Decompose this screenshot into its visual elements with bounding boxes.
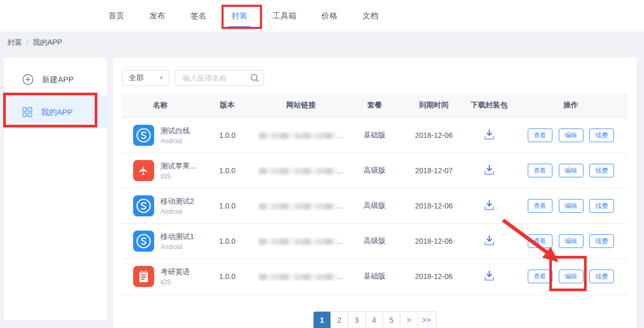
plan: 基础版: [346, 131, 404, 140]
col-header-download: 下载封装包: [464, 101, 514, 110]
app-platform: Android: [160, 208, 194, 215]
notepad-app-icon: [133, 266, 154, 287]
nav-item-toolbox[interactable]: 工具箱: [273, 11, 296, 21]
edit-button[interactable]: 编辑: [559, 199, 583, 213]
app-version: 1.0.0: [198, 166, 256, 175]
app-name: 考研英语: [160, 267, 190, 277]
sidebar: 新建APP 我的APP: [4, 58, 107, 320]
nav-item-docs[interactable]: 文档: [363, 11, 378, 21]
download-icon[interactable]: [482, 163, 496, 178]
col-header-name: 名称: [122, 101, 198, 110]
sidebar-item-my-app[interactable]: 我的APP: [4, 96, 107, 128]
plus-circle-icon: [22, 74, 34, 85]
view-button[interactable]: 查看: [528, 234, 552, 248]
expiry-date: 2018-12-07: [404, 166, 464, 175]
view-button[interactable]: 查看: [528, 128, 552, 142]
download-icon[interactable]: [482, 269, 496, 284]
s-swirl-app-icon: [133, 231, 154, 252]
blurred-link: [259, 133, 337, 139]
app-version: 1.0.0: [198, 272, 256, 281]
breadcrumb-separator: /: [26, 38, 28, 46]
sidebar-item-label: 新建APP: [42, 75, 74, 85]
filter-bar: 全部 ▼: [122, 70, 628, 86]
pagination: 1 2 3 4 5 > >>: [313, 311, 437, 328]
app-name: 移动测试2: [160, 197, 194, 206]
chevron-down-icon: ▼: [159, 75, 164, 81]
view-button[interactable]: 查看: [528, 199, 552, 213]
page-4[interactable]: 4: [366, 312, 383, 328]
renew-button[interactable]: 续费: [589, 128, 614, 142]
app-version: 1.0.0: [198, 131, 256, 140]
sidebar-item-label: 我的APP: [41, 107, 73, 117]
blurred-link: [259, 203, 337, 210]
website-link-cell: ...: [256, 272, 346, 281]
website-link-cell: ...: [256, 201, 346, 210]
nav-item-home[interactable]: 首页: [108, 11, 124, 21]
plan: 高级版: [346, 201, 404, 211]
edit-button[interactable]: 编辑: [559, 128, 583, 142]
col-header-expiry: 到期时间: [404, 101, 464, 110]
breadcrumb-package[interactable]: 封装: [7, 38, 22, 46]
plan: 高级版: [346, 166, 404, 175]
app-name: 测试苹果...: [160, 162, 196, 171]
nav-item-package[interactable]: 封装: [232, 11, 247, 21]
table-row: 考研英语iOS 1.0.0 ... 基础版 2018-12-06 查看 编辑 续…: [122, 259, 628, 294]
website-link-cell: ...: [256, 236, 346, 245]
blurred-link: [259, 274, 337, 280]
nav-item-publish[interactable]: 发布: [149, 11, 165, 21]
next-page-button[interactable]: >: [400, 312, 418, 328]
airplane-app-icon: ✈: [133, 160, 154, 181]
table-row: 移动测试1Android 1.0.0 ... 高级版 2018-12-06 查看…: [122, 224, 628, 259]
col-header-link: 网站链接: [256, 101, 346, 110]
renew-button[interactable]: 续费: [589, 270, 614, 283]
app-table: 名称 版本 网站链接 套餐 到期时间 下载封装包 操作 测试白线Android …: [122, 93, 628, 294]
category-select[interactable]: 全部 ▼: [122, 70, 169, 86]
top-nav-bar: 首页 发布 签名 封装 工具箱 价格 文档: [0, 0, 644, 32]
download-icon[interactable]: [482, 198, 496, 214]
blurred-link: [259, 168, 337, 174]
active-tab-underline: [228, 26, 250, 28]
category-select-value: 全部: [129, 73, 144, 83]
search-input[interactable]: [182, 73, 250, 83]
edit-button[interactable]: 编辑: [559, 234, 583, 248]
edit-button-annotated[interactable]: 编辑: [559, 270, 583, 283]
page-1[interactable]: 1: [314, 312, 331, 328]
s-swirl-app-icon: [133, 125, 154, 146]
last-page-button[interactable]: >>: [418, 312, 435, 328]
app-platform: Android: [160, 137, 190, 145]
table-row: ✈ 测试苹果...iOS 1.0.0 ... 高级版 2018-12-07 查看…: [122, 153, 628, 188]
app-version: 1.0.0: [198, 202, 256, 210]
table-row: 测试白线Android 1.0.0 ... 基础版 2018-12-06 查看 …: [122, 118, 628, 153]
main-panel: 全部 ▼ 名称 版本 网站链接 套餐 到期时间 下载封装包 操作 测试: [113, 58, 637, 328]
page-2[interactable]: 2: [331, 312, 348, 328]
edit-button[interactable]: 编辑: [559, 164, 583, 177]
col-header-plan: 套餐: [346, 101, 404, 110]
search-icon[interactable]: [250, 73, 259, 83]
download-icon[interactable]: [482, 234, 496, 249]
website-link-cell: ...: [256, 131, 346, 140]
page-5[interactable]: 5: [383, 312, 400, 328]
plan: 基础版: [346, 272, 404, 281]
expiry-date: 2018-12-06: [404, 272, 464, 281]
col-header-version: 版本: [198, 101, 256, 110]
nav-item-price[interactable]: 价格: [321, 11, 337, 21]
search-box: [175, 70, 264, 86]
breadcrumb: 封装/我的APP: [7, 38, 62, 47]
plan: 高级版: [346, 236, 404, 246]
expiry-date: 2018-12-06: [404, 237, 464, 245]
renew-button[interactable]: 续费: [589, 199, 614, 213]
view-button[interactable]: 查看: [528, 270, 552, 283]
website-link-cell: ...: [256, 166, 346, 175]
app-platform: Android: [160, 243, 194, 251]
page-3[interactable]: 3: [348, 312, 366, 328]
sidebar-item-new-app[interactable]: 新建APP: [4, 63, 107, 96]
app-name: 测试白线: [160, 126, 190, 136]
renew-button[interactable]: 续费: [589, 164, 614, 177]
renew-button[interactable]: 续费: [589, 234, 614, 248]
nav-items: 首页 发布 签名 封装 工具箱 价格 文档: [108, 11, 378, 21]
view-button[interactable]: 查看: [528, 164, 552, 177]
nav-item-sign[interactable]: 签名: [190, 11, 206, 21]
expiry-date: 2018-12-06: [404, 131, 464, 140]
download-icon[interactable]: [482, 128, 496, 143]
blurred-link: [259, 238, 337, 245]
